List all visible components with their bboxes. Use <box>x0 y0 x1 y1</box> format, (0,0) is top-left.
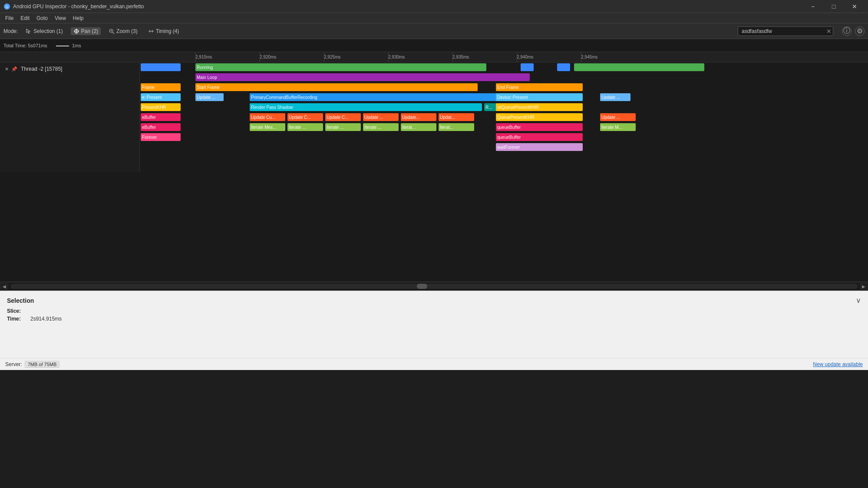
menu-edit[interactable]: Edit <box>17 13 33 23</box>
new-update-link[interactable]: New update available <box>813 361 863 367</box>
slice-label: Slice: <box>7 308 29 314</box>
block-updatecu2[interactable]: Update C... <box>287 113 323 121</box>
block-ebuffer2[interactable]: eBuffer <box>141 123 181 131</box>
settings-button[interactable]: ⚙ <box>855 26 865 36</box>
block-e-present[interactable]: e::Present <box>141 93 181 101</box>
menu-bar: File Edit Goto View Help <box>0 13 868 23</box>
block-startframe[interactable]: Start Frame <box>195 83 478 91</box>
scroll-right-button[interactable]: ▶ <box>859 282 868 291</box>
block-iterate7[interactable]: Iterate M... <box>600 123 636 131</box>
block-mainloop[interactable]: Main Loop <box>195 73 530 81</box>
mode-selection[interactable]: Selection (1) <box>23 27 65 35</box>
time-mark-2945: 2,945ms <box>581 52 597 62</box>
mode-zoom[interactable]: Zoom (3) <box>106 27 140 35</box>
block-updatecu6[interactable]: Updat... <box>439 113 474 121</box>
time-mark-2935: 2,935ms <box>452 52 469 62</box>
thread-header: ✕ 📌 Thread -2 [15785] <box>0 62 140 172</box>
maximize-button[interactable]: □ <box>824 0 844 13</box>
server-label: Server: <box>5 361 22 367</box>
svg-line-4 <box>112 32 114 34</box>
collapse-button[interactable]: ∨ <box>856 296 861 305</box>
block-update1[interactable]: Update ... <box>195 93 224 101</box>
search-input[interactable] <box>738 26 833 36</box>
block-updatecu1[interactable]: Update Cu... <box>250 113 285 121</box>
block-queuebuffer2[interactable]: queueBuffer <box>496 133 583 141</box>
time-ruler: 2,915ms 2,920ms 2,925ms 2,930ms 2,935ms … <box>0 52 868 62</box>
selection-title: Selection <box>7 297 34 304</box>
svg-marker-2 <box>26 29 30 33</box>
thread-close-button[interactable]: ✕ <box>3 66 10 72</box>
track-row-waitforever: waitForever <box>140 142 868 152</box>
block-iterate5[interactable]: Iterat... <box>401 123 436 131</box>
block-devicepresent[interactable]: Device::Present <box>496 93 583 101</box>
block-iterate3[interactable]: Iterate ... <box>325 123 361 131</box>
title-bar-controls: − □ ✕ <box>803 0 865 13</box>
time-mark-2940: 2,940ms <box>517 52 533 62</box>
close-button[interactable]: ✕ <box>845 0 865 13</box>
selection-panel: Selection ∨ Slice: Time: 2s914.915ms <box>0 291 868 358</box>
server-info: Server: 7MB of 75MB <box>5 361 59 368</box>
menu-view[interactable]: View <box>51 13 69 23</box>
time-mark-2930: 2,930ms <box>388 52 405 62</box>
block-iterate2[interactable]: Iterate ... <box>287 123 323 131</box>
search-clear-button[interactable]: ✕ <box>826 28 832 35</box>
block-forever[interactable]: Forever <box>141 133 181 141</box>
block-iterate1[interactable]: Iterate Mes... <box>250 123 285 131</box>
mode-timing[interactable]: Timing (4) <box>145 27 182 35</box>
mode-pan-label: Pan (2) <box>81 28 98 34</box>
toolbar: Mode: Selection (1) Pan (2) Zoom (3) Tim… <box>0 23 868 39</box>
scale-line <box>56 46 69 46</box>
thread-pin-button[interactable]: 📌 <box>11 66 17 72</box>
block-iterate6[interactable]: Iterat... <box>439 123 474 131</box>
track-row-forever: Forever queueBuffer <box>140 132 868 142</box>
time-mark-2915: 2,915ms <box>195 52 212 62</box>
menu-file[interactable]: File <box>2 13 17 23</box>
status-bar: Server: 7MB of 75MB New update available <box>0 358 868 370</box>
title-bar-title: Android GPU Inspector - chonky_bender_vu… <box>13 3 144 10</box>
block-frame[interactable]: Frame <box>141 83 181 91</box>
menu-help[interactable]: Help <box>69 13 87 23</box>
block-waitforever[interactable]: waitForever <box>496 143 583 151</box>
track-row-frames: Frame Start Frame End Frame <box>140 82 868 92</box>
block-vkqueue[interactable]: vkQueuePresentKHR <box>496 103 583 111</box>
server-value: 7MB of 75MB <box>25 361 60 368</box>
time-mark-2925: 2,925ms <box>324 52 340 62</box>
block-running-green[interactable]: Running <box>195 63 486 71</box>
block-primarycmd[interactable]: PrimaryCommandBufferRecording <box>250 93 497 101</box>
block-running-blue2[interactable] <box>521 63 534 71</box>
mode-zoom-label: Zoom (3) <box>116 28 138 34</box>
block-update2[interactable]: Update ... <box>600 93 630 101</box>
title-bar-left: G Android GPU Inspector - chonky_bender_… <box>3 3 144 10</box>
block-updatecu5[interactable]: Update... <box>401 113 436 121</box>
block-running-blue3[interactable] <box>557 63 570 71</box>
mode-pan[interactable]: Pan (2) <box>71 27 101 35</box>
block-queuepresent[interactable]: QueuePresentKHR <box>496 113 583 121</box>
block-running-green2[interactable] <box>574 63 704 71</box>
block-queuebuffer[interactable]: queueBuffer <box>496 123 583 131</box>
tracks-container: Running Main Loop Frame Start Frame End … <box>140 62 868 172</box>
block-updatecu3[interactable]: Update C... <box>325 113 361 121</box>
time-mark-2920: 2,920ms <box>260 52 276 62</box>
timeline-area: Total Time: 5s071ms 1ms 2,915ms 2,920ms … <box>0 39 868 282</box>
lower-panel <box>0 172 868 282</box>
menu-goto[interactable]: Goto <box>33 13 51 23</box>
pan-icon <box>73 28 79 34</box>
info-button[interactable]: ⓘ <box>842 26 851 36</box>
scroll-thumb[interactable] <box>417 284 427 289</box>
minimize-button[interactable]: − <box>803 0 823 13</box>
block-endframe[interactable]: End Frame <box>496 83 583 91</box>
block-r[interactable]: R... <box>484 103 497 111</box>
block-renderpass[interactable]: Render Pass Shadow <box>250 103 482 111</box>
scroll-left-button[interactable]: ◀ <box>0 282 9 291</box>
block-updatecu7[interactable]: Update ... <box>600 113 636 121</box>
scroll-track[interactable] <box>10 284 858 289</box>
block-presentkhr-yellow[interactable]: PresentKHR <box>141 103 181 111</box>
block-iterate4[interactable]: Iterate ... <box>363 123 399 131</box>
zoom-icon <box>109 28 115 34</box>
search-container: ✕ <box>738 26 833 36</box>
block-updatecu4[interactable]: Update ... <box>363 113 399 121</box>
block-ebuffer1[interactable]: eBuffer <box>141 113 181 121</box>
selection-header: Selection ∨ <box>7 296 861 305</box>
block-running-blue1[interactable] <box>141 63 181 71</box>
thread-name: Thread -2 [15785] <box>21 66 62 72</box>
